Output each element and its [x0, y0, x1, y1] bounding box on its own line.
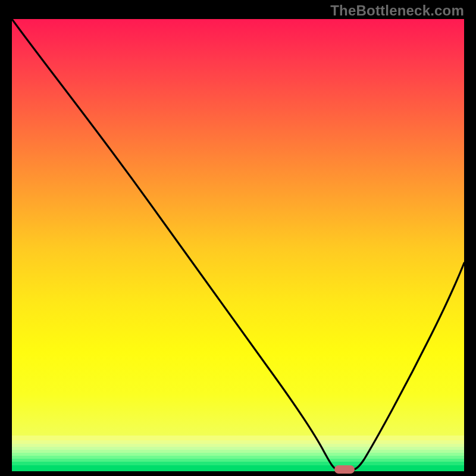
plot-area [12, 19, 464, 471]
bottleneck-curve [12, 19, 464, 470]
watermark-text: TheBottleneck.com [330, 2, 464, 19]
optimum-marker [334, 465, 355, 474]
curve-svg [12, 19, 464, 471]
